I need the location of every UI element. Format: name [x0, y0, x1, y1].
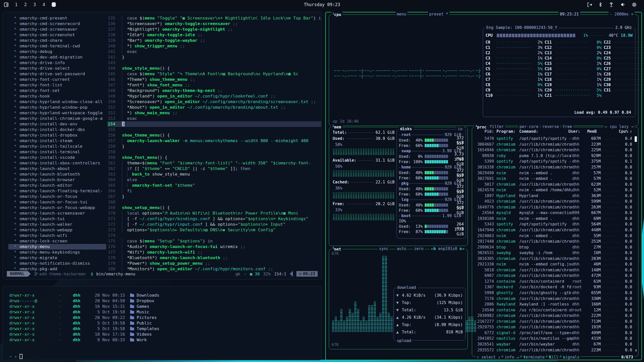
- process-row[interactable]: 1649776chromium/usr/lib/chromium/chromdh…: [475, 204, 632, 210]
- file-item[interactable]: *omarchy-launch-or-focus-webapp: [8, 205, 106, 211]
- file-item[interactable]: *omarchy-launch-tui: [8, 216, 106, 222]
- footer-action-info[interactable]: info ↵: [504, 355, 520, 359]
- zero-tab[interactable]: zero: [413, 246, 425, 251]
- file-item[interactable]: *omarchy-install-dev-env: [8, 121, 106, 127]
- per-core-tab[interactable]: per-core: [518, 124, 540, 129]
- file-item[interactable]: *omarchy-launch-or-focus-tui: [8, 199, 106, 205]
- file-item[interactable]: *omarchy-install-chromium-google-a: [8, 116, 106, 121]
- file-item[interactable]: *omarchy-font-list: [8, 82, 106, 88]
- file-item[interactable]: *omarchy-install-terminal: [8, 149, 106, 155]
- io-tab[interactable]: io: [456, 127, 464, 131]
- network-icon[interactable]: [609, 3, 614, 7]
- filter-tab[interactable]: filter: [488, 124, 505, 129]
- file-item[interactable]: *omarchy-launch-about: [8, 166, 106, 172]
- process-row[interactable]: 6907chromium/usr/lib/chromium/chromdhh47…: [475, 273, 632, 279]
- file-item[interactable]: *omarchy-hyprland-window-close-all: [8, 99, 106, 105]
- footer-action-terminate[interactable]: terminate: [522, 355, 546, 359]
- preset-tab[interactable]: preset *: [428, 12, 450, 16]
- file-item[interactable]: *omarchy-menu: [8, 244, 106, 250]
- bluetooth-icon[interactable]: [599, 2, 602, 7]
- file-item[interactable]: *omarchy-notification-dismiss: [8, 261, 106, 266]
- process-row[interactable]: 2941052nautilus/usr/bin/nautilus --gapdh…: [475, 336, 632, 341]
- file-item[interactable]: *omarchy-install-dropbox: [8, 132, 106, 138]
- reverse-tab[interactable]: reverse: [541, 124, 560, 129]
- process-row[interactable]: 2924063nvimnvim --embed .dhh55M.........…: [475, 233, 632, 239]
- file-item[interactable]: *omarchy-install-docker-dbs: [8, 127, 106, 132]
- process-row[interactable]: 5399spotify/opt/spotify/spotify --dhh375…: [475, 159, 632, 164]
- process-row[interactable]: 3026541waybar/usr/bin/waybardhh67M......…: [475, 341, 632, 347]
- footer-action-signals[interactable]: signals: [562, 355, 580, 359]
- file-item[interactable]: *omarchy-font-set: [8, 88, 106, 93]
- process-row[interactable]: 3029490nvimnvim --embed .dhh57M.........…: [475, 170, 632, 176]
- file-item[interactable]: *omarchy-install-xbox-controllers: [8, 160, 106, 166]
- file-item[interactable]: *omarchy-hook: [8, 93, 106, 99]
- process-row[interactable]: 5343spotify/opt/spotify/spotifydhh564M..…: [475, 221, 632, 227]
- process-row[interactable]: 98930rubypuma 7.1.0 (tcp://localdhh929M.…: [475, 153, 632, 159]
- process-row[interactable]: 1274containe/usr/bin/containerdroot61M..…: [475, 279, 632, 284]
- footer-action-kill[interactable]: Kill: [548, 355, 559, 359]
- file-item[interactable]: *omarchy-menu-keybindings: [8, 250, 106, 255]
- file-item[interactable]: *omarchy-font-current: [8, 77, 106, 82]
- process-row[interactable]: 2929755chromium/usr/lib/chromium/chromdh…: [475, 324, 632, 330]
- file-item[interactable]: *omarchy-cmd-present: [8, 15, 106, 21]
- menu-tab[interactable]: menu: [396, 12, 407, 16]
- process-row[interactable]: 6772signal-d/proc/self/exe --type=rdhh40…: [475, 330, 632, 336]
- file-item[interactable]: *omarchy-launch-bluetooth: [8, 172, 106, 177]
- process-row[interactable]: 7176chromium/usr/lib/chromium/chromdhh33…: [475, 296, 632, 301]
- process-row[interactable]: 5018chromium/usr/lib/chromium/chromdhh14…: [475, 267, 632, 273]
- process-row[interactable]: 5470spotify/opt/spotify/spotify --dhh607…: [475, 136, 632, 142]
- process-row[interactable]: 24540containe/us r/bin/containerd-shiroo…: [475, 307, 632, 313]
- file-item[interactable]: *omarchy-launch-editor: [8, 183, 106, 188]
- file-item[interactable]: *omarchy-dev-add-migration: [8, 54, 106, 60]
- file-item[interactable]: *omarchy-launch-walker: [8, 222, 106, 227]
- process-row[interactable]: 3024578nvimnvim --embed /home/dhh/dhh52M…: [475, 187, 632, 193]
- sort-selector[interactable]: ← cpu lazy →: [604, 124, 635, 129]
- process-row[interactable]: 3026531swaybgswaybg -i /homdhh16M.......…: [475, 250, 632, 256]
- process-row[interactable]: 2167277chromium/usr/lib/chromium/chromdh…: [475, 319, 632, 325]
- file-item[interactable]: *omarchy-drive-info: [8, 60, 106, 66]
- file-item[interactable]: *omarchy-cmd-share: [8, 38, 106, 43]
- process-row[interactable]: 2921330nvimnvim --embed config.jsodhh46M…: [475, 261, 632, 267]
- net-interface-switcher[interactable]: ←b enp191s0 n→: [430, 246, 466, 251]
- sort-direction-arrow[interactable]: ↑: [630, 129, 632, 134]
- shell-prompt[interactable]: ~ ›: [9, 354, 315, 359]
- process-row[interactable]: 5998ghostty/usr/bin/ghostty --gtk-dhh655…: [475, 290, 632, 296]
- process-row[interactable]: 2999634btopbtopdhh27M..........0.0: [475, 244, 632, 250]
- file-item[interactable]: *omarchy-lock-screen: [8, 238, 106, 244]
- process-row[interactable]: 4923chromium/usr/lib/chromium/chromdhh59…: [475, 199, 632, 204]
- file-item[interactable]: *omarchy-launch-screensaver: [8, 211, 106, 216]
- process-row[interactable]: 1930108nvimnvim --embed .dhh69M.........…: [475, 216, 632, 222]
- process-row[interactable]: 3004667chromium/usr/lib/chromium/chromdh…: [475, 142, 632, 147]
- file-item[interactable]: *omarchy-cmd-screensaver: [8, 27, 106, 32]
- file-item[interactable]: *omarchy-drive-select: [8, 66, 106, 71]
- process-row[interactable]: 5017chromium/usr/lib/chromium/chromdhh62…: [475, 181, 632, 187]
- file-item[interactable]: *omarchy-launch-or-focus: [8, 194, 106, 199]
- file-item[interactable]: *omarchy-migrate: [8, 255, 106, 261]
- volume-icon[interactable]: [621, 3, 625, 7]
- file-item[interactable]: *omarchy-install-vscode: [8, 155, 106, 160]
- file-item[interactable]: *omarchy-hyprland-window-pop: [8, 105, 106, 110]
- file-item[interactable]: *omarchy-launch-browser: [8, 177, 106, 183]
- file-item[interactable]: *omarchy-install-tailscale: [8, 144, 106, 149]
- file-item[interactable]: *omarchy-launch-webapp: [8, 227, 106, 233]
- process-row[interactable]: 2935572chromium/usr/lib/chromium/chromdh…: [475, 347, 632, 353]
- file-item[interactable]: *omarchy-cmd-terminal-cwd: [8, 43, 106, 49]
- update-interval[interactable]: - 2000ms +: [609, 12, 635, 16]
- file-item[interactable]: *omarchy-drive-set-password: [8, 71, 106, 77]
- process-row[interactable]: 24564mysqldmysqld --max-connection999667…: [475, 210, 632, 216]
- file-item[interactable]: *omarchy-hyprland-workspace-toggle: [8, 110, 106, 116]
- process-row[interactable]: 3016338chromium/usr/lib/chromium/chromdh…: [475, 164, 632, 170]
- process-row[interactable]: 1307dockerd/usr/bin/dockerd -H fd:root93…: [475, 284, 632, 290]
- file-item[interactable]: *omarchy-launch-wifi: [8, 233, 106, 238]
- process-row[interactable]: 2006XwaylandXwayland :1 -rootless -dhh16…: [475, 301, 632, 307]
- process-row[interactable]: 2917448chromium/usr/lib/chromium/chromdh…: [475, 239, 632, 244]
- file-item[interactable]: *omarchy-cmd-screenshot: [8, 32, 106, 38]
- tree-tab[interactable]: tree: [561, 124, 573, 129]
- file-item[interactable]: *omarchy-debug: [8, 49, 106, 54]
- file-item[interactable]: *omarchy-install-steam: [8, 138, 106, 144]
- process-row[interactable]: 2930982chromium/usr/lib/chromium/chromdh…: [475, 313, 632, 319]
- file-item[interactable]: *omarchy-cmd-screenrecord: [8, 21, 106, 27]
- process-row[interactable]: 1654946chromium/usr/lib/chromium/chromdh…: [475, 147, 632, 153]
- process-row[interactable]: 1647940chromium/usr/lib/chromium/chromdh…: [475, 227, 632, 233]
- sync-tab[interactable]: sync: [378, 246, 390, 251]
